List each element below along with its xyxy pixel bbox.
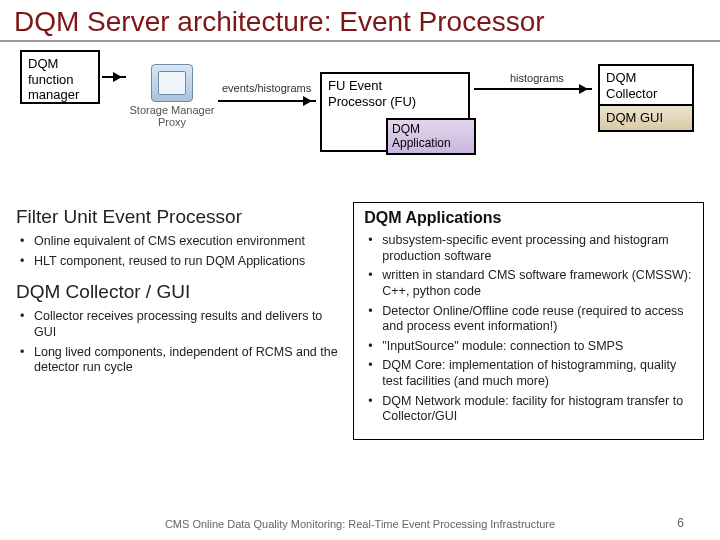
fu-line2: Processor (FU) bbox=[328, 94, 462, 110]
list-item: "InputSource" module: connection to SMPS bbox=[382, 339, 693, 355]
dqm-gui-box: DQM GUI bbox=[598, 104, 694, 132]
list-item: subsystem-specific event processing and … bbox=[382, 233, 693, 264]
dqm-application-box: DQM Application bbox=[386, 118, 476, 155]
right-column: DQM Applications subsystem-specific even… bbox=[353, 202, 704, 440]
arrow-smp-to-fu bbox=[218, 100, 316, 102]
dqm-collector-box: DQM Collector bbox=[598, 64, 694, 107]
right-heading: DQM Applications bbox=[364, 209, 693, 227]
page-number: 6 bbox=[677, 516, 684, 530]
storage-label: Storage Manager Proxy bbox=[128, 104, 216, 128]
left-list-1: Online equivalent of CMS execution envir… bbox=[16, 234, 339, 269]
right-list: subsystem-specific event processing and … bbox=[364, 233, 693, 425]
dqm-app-line2: Application bbox=[392, 136, 470, 150]
list-item: Detector Online/Offline code reuse (requ… bbox=[382, 304, 693, 335]
function-manager-box: DQM function manager bbox=[20, 50, 100, 104]
fu-event-processor-box: FU Event Processor (FU) DQM Application bbox=[320, 72, 470, 152]
list-item: written in standard CMS software framewo… bbox=[382, 268, 693, 299]
left-heading-2: DQM Collector / GUI bbox=[16, 281, 339, 303]
list-item: Long lived components, independent of RC… bbox=[34, 345, 339, 376]
slide-title: DQM Server architecture: Event Processor bbox=[0, 0, 720, 42]
storage-icon bbox=[151, 64, 193, 102]
fu-line1: FU Event bbox=[328, 78, 462, 94]
arrow-fm-to-smp bbox=[102, 76, 126, 78]
list-item: HLT component, reused to run DQM Applica… bbox=[34, 254, 339, 270]
list-item: Online equivalent of CMS execution envir… bbox=[34, 234, 339, 250]
footer-text: CMS Online Data Quality Monitoring: Real… bbox=[0, 518, 720, 530]
content-columns: Filter Unit Event Processor Online equiv… bbox=[0, 202, 720, 440]
list-item: DQM Core: implementation of histogrammin… bbox=[382, 358, 693, 389]
histograms-label: histograms bbox=[510, 72, 564, 84]
list-item: Collector receives processing results an… bbox=[34, 309, 339, 340]
dqm-app-line1: DQM bbox=[392, 122, 470, 136]
list-item: DQM Network module: facility for histogr… bbox=[382, 394, 693, 425]
events-label: events/histograms bbox=[222, 82, 311, 94]
left-heading-1: Filter Unit Event Processor bbox=[16, 206, 339, 228]
left-list-2: Collector receives processing results an… bbox=[16, 309, 339, 376]
arrow-fu-to-collector bbox=[474, 88, 592, 90]
storage-manager-proxy: Storage Manager Proxy bbox=[128, 64, 216, 130]
architecture-diagram: DQM function manager Storage Manager Pro… bbox=[0, 42, 720, 202]
left-column: Filter Unit Event Processor Online equiv… bbox=[16, 202, 339, 380]
